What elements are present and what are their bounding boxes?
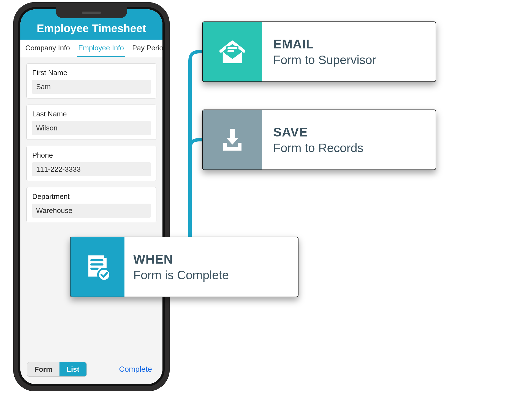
field-department[interactable]: Department Warehouse: [26, 187, 156, 222]
email-icon: [203, 22, 262, 81]
card-title: WHEN: [133, 252, 298, 267]
svg-marker-4: [226, 138, 238, 144]
phone-frame: Employee Timesheet Company Info Employee…: [13, 2, 170, 391]
action-card-save: SAVE Form to Records: [202, 110, 436, 170]
app-screen: Employee Timesheet Company Info Employee…: [20, 9, 162, 384]
card-title: SAVE: [273, 125, 436, 139]
svg-rect-3: [230, 129, 235, 138]
segment-form[interactable]: Form: [27, 362, 59, 376]
svg-rect-7: [238, 143, 241, 148]
svg-marker-8: [104, 255, 107, 258]
tab-bar: Company Info Employee Info Pay Perio: [20, 40, 162, 57]
card-subtitle: Form to Supervisor: [273, 53, 436, 67]
card-subtitle: Form is Complete: [133, 268, 298, 282]
complete-button[interactable]: Complete: [119, 365, 156, 374]
field-label: Last Name: [32, 110, 151, 118]
form-complete-icon: [70, 237, 124, 297]
bottom-toolbar: Form List Complete: [20, 359, 162, 384]
field-value[interactable]: Warehouse: [32, 204, 151, 218]
card-title: EMAIL: [273, 37, 436, 51]
field-phone[interactable]: Phone 111-222-3333: [26, 146, 156, 181]
trigger-card-when: WHEN Form is Complete: [70, 237, 298, 297]
phone-notch: [56, 7, 127, 18]
segment-list[interactable]: List: [59, 362, 86, 376]
field-value[interactable]: Wilson: [32, 121, 151, 135]
card-subtitle: Form to Records: [273, 141, 436, 155]
view-toggle: Form List: [27, 362, 87, 377]
save-icon: [203, 110, 262, 169]
field-label: Department: [32, 192, 151, 201]
tab-employee-info[interactable]: Employee Info: [77, 40, 125, 57]
field-label: Phone: [32, 151, 151, 160]
form-area: First Name Sam Last Name Wilson Phone 11…: [20, 57, 162, 359]
tab-pay-period[interactable]: Pay Perio: [131, 40, 162, 57]
field-label: First Name: [32, 69, 151, 77]
action-card-email: EMAIL Form to Supervisor: [202, 21, 436, 82]
field-first-name[interactable]: First Name Sam: [26, 63, 156, 98]
field-value[interactable]: 111-222-3333: [32, 162, 151, 176]
field-value[interactable]: Sam: [32, 80, 151, 94]
svg-point-12: [98, 269, 110, 281]
svg-rect-6: [223, 143, 227, 148]
tab-company-info[interactable]: Company Info: [24, 40, 71, 57]
field-last-name[interactable]: Last Name Wilson: [26, 105, 156, 140]
